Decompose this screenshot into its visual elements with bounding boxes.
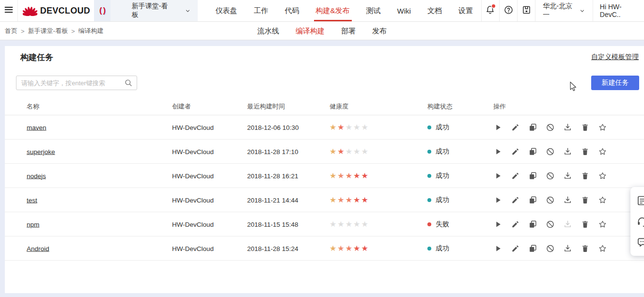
star-icon: ★ — [337, 172, 345, 180]
search-box — [16, 76, 137, 90]
disable-icon[interactable] — [546, 244, 555, 253]
edit-icon[interactable] — [511, 123, 520, 132]
delete-icon[interactable] — [581, 171, 590, 180]
edit-icon[interactable] — [511, 195, 520, 204]
download-icon[interactable] — [563, 147, 572, 156]
run-icon[interactable] — [493, 123, 503, 132]
delete-icon[interactable] — [581, 244, 590, 253]
edit-icon[interactable] — [511, 244, 520, 253]
download-icon[interactable] — [563, 195, 572, 204]
copy-icon[interactable] — [528, 244, 537, 253]
download-icon[interactable] — [563, 219, 572, 229]
favorite-icon[interactable] — [598, 123, 607, 132]
nav-item-文档[interactable]: 文档 — [419, 0, 450, 21]
edit-icon[interactable] — [511, 171, 520, 180]
notifications-button[interactable] — [481, 0, 499, 21]
subnav-item-部署[interactable]: 部署 — [341, 27, 356, 36]
help-button[interactable] — [499, 0, 517, 21]
table-row: mavenHW-DevCloud2018-12-06 10:30★★★★★成功 — [5, 115, 644, 140]
task-name-link[interactable]: nodejs — [27, 172, 46, 179]
favorite-icon[interactable] — [598, 171, 607, 180]
run-icon[interactable] — [493, 244, 503, 253]
status-dot-icon — [427, 247, 431, 250]
project-name: 新手课堂-看板 — [110, 2, 185, 19]
code-brackets-icon: ( ) — [94, 0, 110, 21]
nav-item-代码[interactable]: 代码 — [277, 0, 308, 21]
search-icon[interactable] — [124, 78, 133, 89]
edit-icon[interactable] — [511, 219, 520, 229]
last-build-time: 2018-11-28 15:24 — [247, 245, 298, 252]
favorite-icon[interactable] — [598, 195, 607, 204]
row-actions — [493, 219, 607, 229]
copy-icon[interactable] — [528, 147, 537, 156]
task-name-link[interactable]: test — [27, 196, 37, 203]
new-task-button[interactable]: 新建任务 — [591, 76, 639, 90]
task-name-link[interactable]: maven — [27, 124, 47, 131]
star-icon: ★ — [346, 245, 353, 252]
copy-icon[interactable] — [528, 195, 537, 204]
disable-icon[interactable] — [546, 123, 555, 132]
disable-icon[interactable] — [546, 147, 555, 156]
nav-item-测试[interactable]: 测试 — [358, 0, 389, 21]
nav-item-构建&发布[interactable]: 构建&发布 — [308, 0, 358, 21]
favorite-icon[interactable] — [598, 147, 607, 156]
status-dot-icon — [427, 125, 431, 129]
copy-icon[interactable] — [528, 123, 537, 132]
feedback-chat-icon[interactable] — [636, 236, 644, 248]
run-icon[interactable] — [493, 219, 503, 229]
task-name-link[interactable]: superjoke — [27, 148, 55, 155]
content-card: 构建任务 自定义模板管理 新建任务 名称创建者最近构建时间健康度构建状态操作 m… — [5, 46, 644, 293]
subnav-item-发布[interactable]: 发布 — [372, 27, 387, 36]
task-name-link[interactable]: npm — [27, 220, 39, 228]
nav-item-Wiki[interactable]: Wiki — [389, 0, 419, 21]
star-icon: ★ — [330, 220, 337, 228]
support-headset-icon[interactable] — [636, 216, 644, 227]
nav-item-设置[interactable]: 设置 — [450, 0, 481, 21]
disable-icon[interactable] — [546, 219, 555, 229]
favorite-icon[interactable] — [598, 244, 607, 253]
nav-item-工作[interactable]: 工作 — [246, 0, 277, 21]
copy-icon[interactable] — [528, 171, 537, 180]
download-icon[interactable] — [563, 244, 572, 253]
page-title: 构建任务 — [20, 52, 53, 63]
nav-item-仪表盘[interactable]: 仪表盘 — [207, 0, 246, 21]
search-input[interactable] — [16, 76, 137, 90]
star-icon: ★ — [337, 220, 345, 228]
delete-icon[interactable] — [581, 123, 590, 132]
delete-icon[interactable] — [581, 219, 590, 229]
user-menu[interactable]: Hi HW-DevC.. — [593, 0, 644, 21]
star-icon: ★ — [346, 220, 353, 228]
star-icon: ★ — [346, 124, 353, 131]
brand[interactable]: DEVCLOUD — [18, 0, 94, 21]
star-icon: ★ — [330, 245, 337, 252]
favorite-icon[interactable] — [598, 219, 607, 229]
star-icon: ★ — [330, 172, 337, 180]
huawei-logo-icon — [23, 4, 37, 17]
project-switcher[interactable]: ( ) 新手课堂-看板 — [94, 0, 198, 21]
status-label: 成功 — [436, 147, 449, 156]
subnav-item-编译构建[interactable]: 编译构建 — [296, 27, 325, 36]
download-icon[interactable] — [563, 123, 572, 132]
template-manage-link[interactable]: 自定义模板管理 — [591, 53, 639, 62]
help-icon — [503, 5, 514, 17]
download-icon[interactable] — [563, 171, 572, 180]
survey-icon[interactable] — [636, 195, 644, 206]
region-selector[interactable]: 华北-北京一 — [535, 0, 593, 21]
copy-icon[interactable] — [528, 219, 537, 229]
disable-icon[interactable] — [546, 171, 555, 180]
run-icon[interactable] — [493, 147, 503, 156]
delete-icon[interactable] — [581, 195, 590, 204]
subnav-item-流水线[interactable]: 流水线 — [257, 27, 279, 36]
status-label: 成功 — [436, 123, 449, 132]
task-name-link[interactable]: Android — [27, 245, 49, 252]
star-icon: ★ — [353, 196, 361, 204]
save-button[interactable] — [517, 0, 535, 21]
user-greeting: Hi HW-DevC.. — [600, 3, 639, 18]
hamburger-menu-button[interactable] — [0, 0, 18, 21]
edit-icon[interactable] — [511, 147, 520, 156]
run-icon[interactable] — [493, 195, 503, 204]
run-icon[interactable] — [493, 171, 503, 180]
table-row: npmHW-DevCloud2018-11-15 15:48★★★★★失败 — [5, 212, 644, 236]
disable-icon[interactable] — [546, 195, 555, 204]
delete-icon[interactable] — [581, 147, 590, 156]
